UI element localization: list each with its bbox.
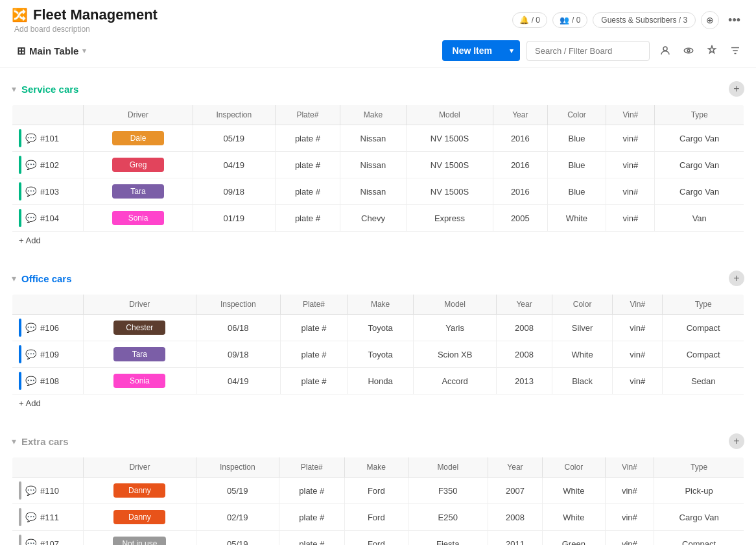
row-id-text: #109 <box>40 350 59 359</box>
eye-icon[interactable] <box>679 42 698 60</box>
cell-plate: plate # <box>280 368 347 394</box>
comment-icon[interactable]: 💬 <box>25 133 36 143</box>
row-color-bar <box>19 535 21 545</box>
cell-driver[interactable]: Dale <box>84 125 193 152</box>
user-icon[interactable] <box>656 42 674 60</box>
col-header-inspection-0: Inspection <box>193 105 276 125</box>
app-title: 🔀 Fleet Management <box>12 6 158 23</box>
col-header-model-1: Model <box>414 295 497 315</box>
cell-vin: vin# <box>605 504 654 531</box>
comment-icon[interactable]: 💬 <box>25 376 36 386</box>
row-color-bar <box>19 345 21 363</box>
cell-driver[interactable]: Greg <box>84 152 193 178</box>
cell-model: E250 <box>408 504 488 531</box>
table-service-cars: Driver Inspection Plate# Make Model Year… <box>12 104 744 250</box>
cell-plate: plate # <box>275 178 340 205</box>
row-id-text: #110 <box>40 486 59 496</box>
comment-icon[interactable]: 💬 <box>25 322 36 333</box>
inbox-button[interactable]: 👥 / 0 <box>552 12 587 28</box>
content-area: ▾ Service cars + Driver Inspection Plate… <box>0 68 756 545</box>
cell-driver[interactable]: Tara <box>84 341 196 368</box>
group-title-office-cars[interactable]: Office cars <box>21 273 72 284</box>
main-table-label: Main Table <box>29 45 78 56</box>
group-title-extra-cars[interactable]: Extra cars <box>21 436 69 447</box>
cell-year: 2008 <box>488 504 542 531</box>
cell-year: 2007 <box>488 478 542 504</box>
cell-driver[interactable]: Danny <box>84 478 196 504</box>
comment-icon[interactable]: 💬 <box>25 160 36 170</box>
pin-icon[interactable] <box>703 42 721 60</box>
app-subtitle[interactable]: Add board description <box>14 25 158 34</box>
add-row-label[interactable]: + Add <box>12 232 744 250</box>
cell-color: Black <box>552 368 612 394</box>
cell-driver[interactable]: Sonia <box>84 368 196 394</box>
add-column-button-service-cars[interactable]: + <box>729 81 744 97</box>
driver-badge: Danny <box>113 483 165 498</box>
driver-badge: Dale <box>112 131 164 145</box>
cell-id: 💬 #107 <box>12 531 84 546</box>
cell-color: Blue <box>547 178 606 205</box>
cell-color: Green <box>543 531 605 546</box>
col-header-plate-2: Plate# <box>279 457 344 478</box>
group-toggle-extra-cars[interactable]: ▾ <box>12 436 16 446</box>
app-title-text: Fleet Management <box>33 6 158 23</box>
table-header-row-office: Driver Inspection Plate# Make Model Year… <box>12 295 744 315</box>
cell-vin: vin# <box>605 478 654 504</box>
comment-icon[interactable]: 💬 <box>25 539 36 545</box>
add-column-button-extra-cars[interactable]: + <box>729 433 744 449</box>
cell-color: White <box>543 478 605 504</box>
col-header-driver-1: Driver <box>84 295 196 315</box>
col-header-year-2: Year <box>488 457 542 478</box>
cell-driver[interactable]: Danny <box>84 504 196 531</box>
app-title-icon: 🔀 <box>12 7 28 23</box>
more-menu-button[interactable]: ••• <box>724 11 744 30</box>
add-row[interactable]: + Add <box>12 394 744 413</box>
group-title-service-cars[interactable]: Service cars <box>21 84 78 95</box>
col-header-model-2: Model <box>408 457 488 478</box>
comment-icon[interactable]: 💬 <box>25 213 36 223</box>
cell-make: Chevy <box>340 205 407 232</box>
cell-type: Cargo Van <box>655 178 744 205</box>
group-toggle-service-cars[interactable]: ▾ <box>12 84 16 94</box>
cell-driver[interactable]: Chester <box>84 315 196 341</box>
row-id-text: #106 <box>40 323 59 333</box>
group-toggle-office-cars[interactable]: ▾ <box>12 273 16 284</box>
comment-icon[interactable]: 💬 <box>25 186 36 197</box>
cell-model: Express <box>406 205 493 232</box>
invite-button[interactable]: ⊕ <box>701 11 719 29</box>
cell-driver[interactable]: Tara <box>84 178 193 205</box>
activity-button[interactable]: 🔔 / 0 <box>512 12 547 28</box>
comment-icon[interactable]: 💬 <box>25 349 36 359</box>
cell-color: Blue <box>547 152 606 178</box>
row-id-text: #111 <box>40 513 59 522</box>
row-color-bar <box>19 508 21 526</box>
cell-driver[interactable]: Sonia <box>84 205 193 232</box>
col-header-color-2: Color <box>543 457 605 478</box>
driver-badge: Sonia <box>112 211 164 225</box>
add-row[interactable]: + Add <box>12 232 744 250</box>
group-header-service-cars: ▾ Service cars + <box>12 79 744 99</box>
add-column-button-office-cars[interactable]: + <box>729 271 744 286</box>
comment-icon[interactable]: 💬 <box>25 512 36 522</box>
cell-year: 2008 <box>497 341 552 368</box>
cell-driver[interactable]: Not in use <box>84 531 196 546</box>
cell-type: Sedan <box>663 368 744 394</box>
add-row-label[interactable]: + Add <box>12 394 744 413</box>
col-header-inspection-2: Inspection <box>196 457 279 478</box>
row-id-text: #104 <box>40 213 59 223</box>
cell-id: 💬 #106 <box>12 315 84 341</box>
col-header-model-0: Model <box>406 105 493 125</box>
comment-icon[interactable]: 💬 <box>25 485 36 496</box>
cell-model: Scion XB <box>414 341 497 368</box>
row-color-bar <box>19 209 21 227</box>
driver-badge: Greg <box>112 158 164 172</box>
row-color-bar <box>19 481 21 500</box>
filter-icon[interactable] <box>726 42 744 60</box>
col-header-make-2: Make <box>344 457 408 478</box>
search-input[interactable] <box>526 41 650 61</box>
guests-button[interactable]: Guests & Subscribers / 3 <box>593 12 696 28</box>
new-item-button[interactable]: New Item ▾ <box>442 40 520 61</box>
col-header-type-0: Type <box>655 105 744 125</box>
cell-id: 💬 #104 <box>12 205 84 232</box>
main-table-button[interactable]: ⊞ Main Table ▾ <box>12 42 91 60</box>
